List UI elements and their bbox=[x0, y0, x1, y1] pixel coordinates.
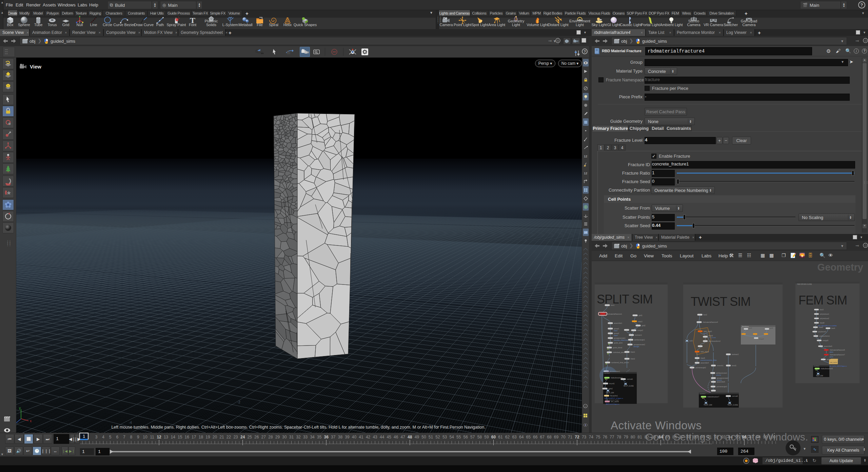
svg-text:50: 50 bbox=[421, 435, 426, 439]
svg-text:38: 38 bbox=[338, 435, 343, 439]
svg-text:77: 77 bbox=[610, 435, 614, 439]
svg-text:15: 15 bbox=[178, 435, 182, 439]
svg-text:80: 80 bbox=[631, 435, 635, 439]
svg-text:16: 16 bbox=[185, 435, 190, 439]
svg-text:29: 29 bbox=[275, 435, 280, 439]
svg-text:56: 56 bbox=[463, 435, 468, 439]
svg-text:26: 26 bbox=[254, 435, 259, 439]
svg-text:25: 25 bbox=[248, 435, 252, 439]
svg-text:51: 51 bbox=[429, 435, 433, 439]
svg-text:23: 23 bbox=[233, 435, 238, 439]
svg-text:3: 3 bbox=[95, 435, 98, 439]
svg-text:72: 72 bbox=[575, 435, 579, 439]
svg-text:37: 37 bbox=[331, 435, 336, 439]
svg-text:17: 17 bbox=[192, 435, 196, 439]
svg-text:21: 21 bbox=[219, 435, 224, 439]
svg-text:64: 64 bbox=[519, 435, 524, 439]
svg-text:78: 78 bbox=[617, 435, 622, 439]
svg-text:42: 42 bbox=[366, 435, 371, 439]
svg-text:75: 75 bbox=[596, 435, 600, 439]
svg-text:36: 36 bbox=[324, 435, 329, 439]
svg-text:60: 60 bbox=[491, 435, 496, 439]
svg-text:33: 33 bbox=[303, 435, 308, 439]
svg-text:18: 18 bbox=[199, 435, 203, 439]
svg-text:62: 62 bbox=[505, 435, 510, 439]
svg-text:73: 73 bbox=[582, 435, 587, 439]
svg-text:12: 12 bbox=[157, 435, 161, 439]
svg-text:5: 5 bbox=[109, 435, 112, 439]
svg-text:59: 59 bbox=[484, 435, 489, 439]
svg-text:48: 48 bbox=[408, 435, 412, 439]
svg-text:13: 13 bbox=[164, 435, 169, 439]
svg-text:7: 7 bbox=[123, 435, 125, 439]
svg-text:45: 45 bbox=[387, 435, 392, 439]
svg-text:54: 54 bbox=[450, 435, 454, 439]
svg-text:30: 30 bbox=[282, 435, 287, 439]
svg-text:81: 81 bbox=[637, 435, 642, 439]
svg-text:52: 52 bbox=[435, 435, 440, 439]
svg-text:58: 58 bbox=[477, 435, 482, 439]
svg-text:55: 55 bbox=[456, 435, 461, 439]
svg-text:44: 44 bbox=[380, 435, 384, 439]
svg-text:24: 24 bbox=[240, 435, 245, 439]
svg-text:40: 40 bbox=[352, 435, 357, 439]
svg-text:43: 43 bbox=[373, 435, 377, 439]
svg-text:63: 63 bbox=[512, 435, 517, 439]
svg-text:65: 65 bbox=[526, 435, 531, 439]
svg-text:70: 70 bbox=[561, 435, 566, 439]
svg-text:47: 47 bbox=[401, 435, 406, 439]
svg-text:22: 22 bbox=[226, 435, 231, 439]
svg-text:41: 41 bbox=[359, 435, 363, 439]
svg-text:49: 49 bbox=[415, 435, 419, 439]
svg-text:68: 68 bbox=[547, 435, 552, 439]
svg-text:6: 6 bbox=[116, 435, 118, 439]
svg-text:69: 69 bbox=[554, 435, 559, 439]
svg-text:4: 4 bbox=[102, 435, 104, 439]
svg-text:9: 9 bbox=[137, 435, 139, 439]
svg-text:14: 14 bbox=[171, 435, 176, 439]
svg-text:10: 10 bbox=[143, 435, 147, 439]
svg-text:53: 53 bbox=[442, 435, 447, 439]
svg-text:67: 67 bbox=[540, 435, 545, 439]
svg-text:57: 57 bbox=[470, 435, 475, 439]
svg-text:27: 27 bbox=[261, 435, 266, 439]
svg-text:20: 20 bbox=[213, 435, 217, 439]
svg-text:35: 35 bbox=[317, 435, 322, 439]
svg-text:76: 76 bbox=[603, 435, 608, 439]
svg-text:8: 8 bbox=[130, 435, 133, 439]
svg-text:74: 74 bbox=[589, 435, 594, 439]
svg-text:71: 71 bbox=[568, 435, 573, 439]
svg-text:34: 34 bbox=[310, 435, 315, 439]
svg-text:31: 31 bbox=[289, 435, 294, 439]
svg-text:79: 79 bbox=[624, 435, 628, 439]
svg-text:11: 11 bbox=[150, 435, 154, 439]
svg-text:28: 28 bbox=[268, 435, 273, 439]
svg-text:61: 61 bbox=[498, 435, 503, 439]
svg-text:66: 66 bbox=[533, 435, 538, 439]
svg-text:46: 46 bbox=[394, 435, 398, 439]
svg-text:32: 32 bbox=[296, 435, 301, 439]
svg-text:39: 39 bbox=[345, 435, 350, 439]
svg-text:19: 19 bbox=[205, 435, 210, 439]
